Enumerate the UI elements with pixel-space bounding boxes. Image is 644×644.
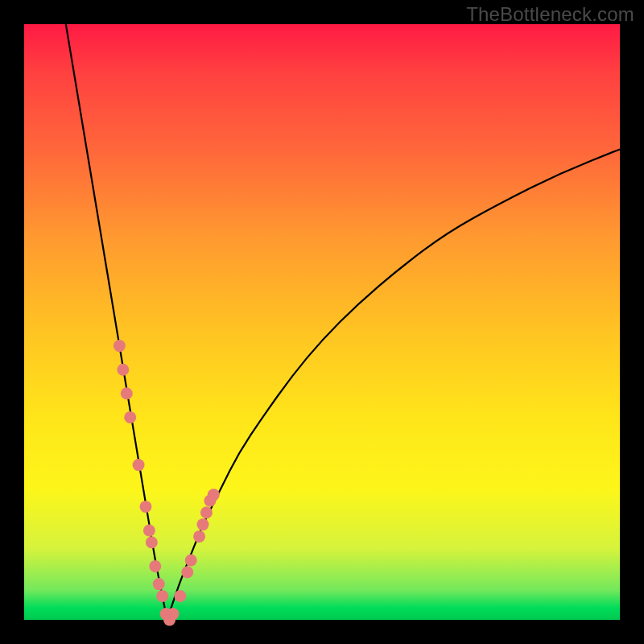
data-marker (208, 489, 220, 501)
data-marker (193, 530, 205, 543)
data-marker (174, 590, 186, 602)
data-marker (185, 555, 197, 567)
right-curve (167, 149, 620, 620)
curves-svg (24, 24, 620, 620)
data-marker (133, 459, 145, 471)
data-marker (156, 590, 168, 602)
data-marker (200, 506, 213, 518)
data-marker (149, 560, 161, 572)
data-marker (117, 364, 129, 376)
data-marker (153, 578, 165, 590)
data-marker (143, 525, 155, 537)
chart-canvas: TheBottleneck.com (0, 0, 644, 644)
data-marker (139, 501, 151, 513)
data-marker (114, 340, 126, 352)
plot-area (24, 24, 620, 620)
watermark-text: TheBottleneck.com (466, 3, 634, 26)
data-marker (197, 518, 209, 530)
marker-group (114, 340, 220, 625)
data-marker (146, 536, 158, 548)
right-curve-path (167, 149, 620, 620)
data-marker (124, 411, 136, 423)
data-marker (121, 387, 133, 399)
data-marker (167, 608, 180, 620)
data-marker (181, 566, 193, 578)
